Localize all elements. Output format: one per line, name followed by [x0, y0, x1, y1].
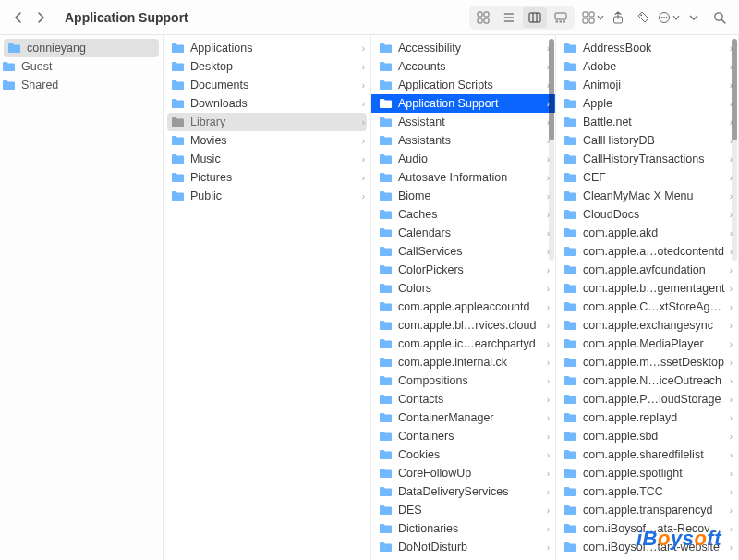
tags-button[interactable] — [632, 7, 656, 28]
folder-item[interactable]: ColorPickers› — [371, 261, 555, 279]
item-label: com.apple.avfoundation — [583, 263, 726, 276]
action-menu-button[interactable] — [658, 7, 680, 28]
scrollbar-thumb[interactable] — [549, 39, 554, 140]
folder-item[interactable]: com.apple.a…otedcontentd› — [556, 242, 738, 261]
folder-item[interactable]: Containers› — [371, 427, 555, 445]
folder-item[interactable]: com.apple.appleaccountd› — [371, 298, 555, 316]
column-2[interactable]: Accessibility› Accounts› Application Scr… — [371, 35, 556, 560]
folder-item[interactable]: com.apple.replayd› — [556, 408, 738, 427]
folder-item[interactable]: CoreFollowUp› — [371, 464, 555, 482]
view-columns-button[interactable] — [523, 7, 547, 28]
folder-item[interactable]: Cookies› — [371, 445, 555, 464]
folder-item[interactable]: com.apple.transparencyd› — [556, 501, 738, 519]
folder-item[interactable]: DES› — [371, 501, 555, 519]
folder-icon — [563, 43, 577, 54]
chevron-right-icon: › — [730, 505, 733, 516]
folder-item[interactable]: Biome› — [371, 187, 555, 205]
more-dropdown-button[interactable] — [689, 7, 698, 28]
folder-item[interactable]: Applications› — [164, 39, 370, 57]
folder-item[interactable]: com.apple.N…iceOutreach› — [556, 371, 738, 390]
folder-item[interactable]: Accessibility› — [371, 39, 555, 57]
folder-item[interactable]: Battle.net› — [556, 113, 738, 131]
folder-item[interactable]: CallHistoryDB› — [556, 131, 738, 150]
folder-item[interactable]: Caches› — [371, 205, 555, 224]
folder-item[interactable]: com.apple.exchangesync› — [556, 316, 738, 335]
folder-item[interactable]: com.iBoysof…ata-Recovery› — [556, 519, 738, 538]
folder-item[interactable]: com.apple.TCC› — [556, 482, 738, 501]
chevron-right-icon: › — [730, 358, 733, 368]
folder-item[interactable]: com.apple.b…gementagent› — [556, 279, 738, 298]
folder-item[interactable]: Music› — [164, 150, 370, 168]
folder-item[interactable]: CEF› — [556, 168, 738, 187]
chevron-right-icon: › — [547, 432, 550, 442]
view-icons-button[interactable] — [471, 7, 495, 28]
sidebar-column[interactable]: connieyang Guest Shared — [0, 35, 164, 560]
svg-rect-15 — [560, 20, 563, 22]
folder-icon — [563, 357, 577, 368]
item-label: Compositions — [398, 374, 543, 387]
sidebar-item[interactable]: connieyang — [4, 39, 159, 57]
folder-item[interactable]: Colors› — [371, 279, 555, 298]
folder-item[interactable]: com.iBoysoft.any.web› — [556, 556, 738, 560]
folder-item[interactable]: Movies› — [164, 131, 370, 150]
folder-item[interactable]: com.apple.akd› — [556, 224, 738, 242]
folder-item[interactable]: Assistant› — [371, 113, 555, 131]
folder-item[interactable]: com.apple.sharedfilelist› — [556, 445, 738, 464]
folder-item[interactable]: com.apple.P…loudStorage› — [556, 390, 738, 408]
folder-item[interactable]: Application Scripts› — [371, 76, 555, 94]
folder-item[interactable]: Adobe› — [556, 57, 738, 76]
folder-item[interactable]: Assistants› — [371, 131, 555, 150]
folder-item[interactable]: com.apple.internal.ck› — [371, 353, 555, 371]
scrollbar-thumb[interactable] — [732, 39, 737, 140]
folder-item[interactable]: DuetExpertCenter› — [371, 556, 555, 560]
sidebar-item[interactable]: Guest — [0, 57, 163, 76]
folder-item[interactable]: ContainerManager› — [371, 408, 555, 427]
folder-item[interactable]: Downloads› — [164, 94, 370, 113]
share-button[interactable] — [606, 7, 630, 28]
folder-item[interactable]: DataDeliveryServices› — [371, 482, 555, 501]
folder-item[interactable]: CloudDocs› — [556, 205, 738, 224]
folder-item[interactable]: Calendars› — [371, 224, 555, 242]
folder-item[interactable]: Accounts› — [371, 57, 555, 76]
folder-item[interactable]: Library› — [167, 113, 367, 131]
folder-item[interactable]: Dictionaries› — [371, 519, 555, 538]
column-3[interactable]: AddressBook› Adobe› Animoji› Apple› Batt… — [556, 35, 739, 560]
view-gallery-button[interactable] — [549, 7, 573, 28]
folder-item[interactable]: com.apple.C…xtStoreAgent› — [556, 298, 738, 316]
folder-item[interactable]: Autosave Information› — [371, 168, 555, 187]
view-list-button[interactable] — [497, 7, 521, 28]
folder-item[interactable]: CallHistoryTransactions› — [556, 150, 738, 168]
folder-item[interactable]: CallServices› — [371, 242, 555, 261]
folder-item[interactable]: com.apple.bl…rvices.cloud› — [371, 316, 555, 335]
back-button[interactable] — [7, 6, 30, 29]
folder-item[interactable]: Contacts› — [371, 390, 555, 408]
folder-item[interactable]: AddressBook› — [556, 39, 738, 57]
group-by-button[interactable] — [582, 7, 604, 28]
folder-item[interactable]: com.apple.m…ssetDesktop› — [556, 353, 738, 371]
sidebar-item[interactable]: Shared — [0, 76, 163, 94]
folder-item[interactable]: com.iBoysof…tant-website› — [556, 538, 738, 556]
folder-item[interactable]: com.apple.avfoundation› — [556, 261, 738, 279]
folder-item[interactable]: com.apple.spotlight› — [556, 464, 738, 482]
item-label: Public — [190, 189, 358, 202]
folder-item[interactable]: Pictures› — [164, 168, 370, 187]
folder-item[interactable]: com.apple.ic…earchpartyd› — [371, 335, 555, 353]
folder-item[interactable]: DoNotDisturb› — [371, 538, 555, 556]
folder-item[interactable]: Application Support› — [371, 94, 555, 113]
column-1[interactable]: Applications› Desktop› Documents› Downlo… — [164, 35, 371, 560]
folder-item[interactable]: com.apple.sbd› — [556, 427, 738, 445]
folder-item[interactable]: Audio› — [371, 150, 555, 168]
folder-item[interactable]: Compositions› — [371, 371, 555, 390]
folder-item[interactable]: Public› — [164, 187, 370, 205]
folder-item[interactable]: Animoji› — [556, 76, 738, 94]
folder-item[interactable]: CleanMyMac X Menu› — [556, 187, 738, 205]
chevron-right-icon: › — [362, 154, 365, 164]
folder-icon — [379, 172, 393, 183]
folder-item[interactable]: Desktop› — [164, 57, 370, 76]
folder-item[interactable]: Documents› — [164, 76, 370, 94]
search-button[interactable] — [708, 7, 732, 28]
forward-button[interactable] — [30, 6, 52, 29]
folder-icon — [379, 43, 393, 54]
folder-item[interactable]: com.apple.MediaPlayer› — [556, 335, 738, 353]
folder-item[interactable]: Apple› — [556, 94, 738, 113]
